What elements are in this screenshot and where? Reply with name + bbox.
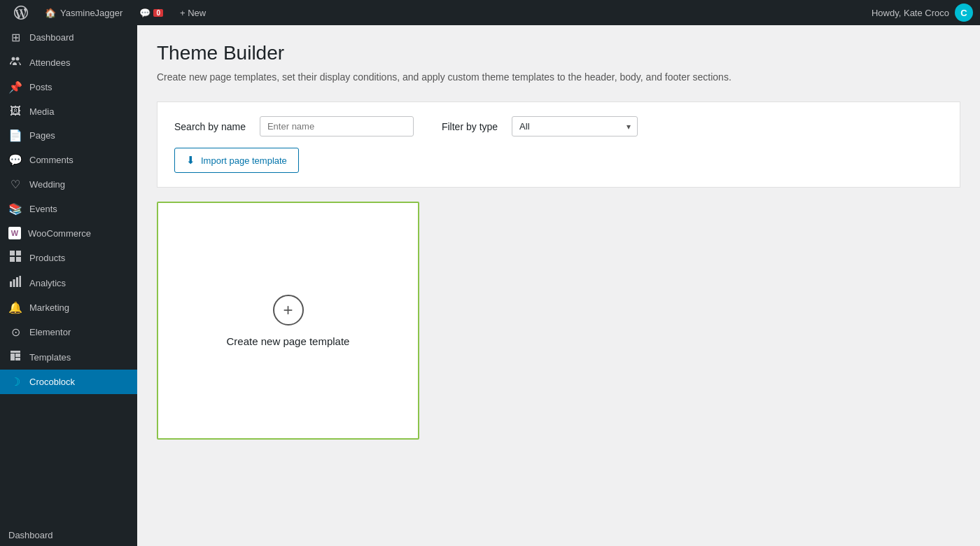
svg-rect-7 bbox=[13, 279, 15, 287]
svg-rect-3 bbox=[16, 251, 21, 255]
admin-bar: 🏠 YasmineJagger 💬 0 + New Howdy, Kate Cr… bbox=[0, 0, 980, 25]
sidebar-item-label: Products bbox=[29, 253, 65, 263]
admin-bar-right: Howdy, Kate Croco C bbox=[872, 4, 973, 22]
create-new-template-card[interactable]: + Create new page template bbox=[157, 202, 419, 440]
sidebar-item-media[interactable]: 🖼 Media bbox=[0, 99, 137, 123]
site-name-button[interactable]: 🏠 YasmineJagger bbox=[38, 0, 130, 25]
site-name: YasmineJagger bbox=[60, 8, 122, 18]
main-content: Theme Builder Create new page templates,… bbox=[137, 25, 980, 546]
elementor-icon: ⊙ bbox=[8, 326, 22, 339]
svg-rect-8 bbox=[16, 277, 18, 287]
toolbar-row: Search by name Filter by type All Header… bbox=[174, 116, 943, 136]
sidebar-item-label: Posts bbox=[29, 82, 52, 92]
crocoblock-icon: ☽ bbox=[8, 375, 22, 388]
svg-point-0 bbox=[12, 57, 15, 61]
sidebar-footer-label: Dashboard bbox=[8, 530, 53, 540]
toolbar-panel: Search by name Filter by type All Header… bbox=[157, 102, 960, 188]
avatar-initial: C bbox=[960, 8, 967, 18]
wp-logo-button[interactable] bbox=[7, 0, 35, 25]
svg-point-1 bbox=[16, 57, 20, 61]
sidebar-item-marketing[interactable]: 🔔 Marketing bbox=[0, 295, 137, 320]
sidebar-item-label: Dashboard bbox=[29, 32, 74, 43]
download-icon: ⬇ bbox=[186, 154, 195, 167]
templates-icon bbox=[8, 350, 22, 364]
sidebar-item-woocommerce[interactable]: W WooCommerce bbox=[0, 221, 137, 245]
sidebar-item-label: WooCommerce bbox=[28, 228, 91, 239]
sidebar-footer-dashboard[interactable]: Dashboard bbox=[0, 524, 137, 546]
analytics-icon bbox=[8, 276, 22, 290]
svg-rect-5 bbox=[16, 257, 21, 262]
woocommerce-icon: W bbox=[8, 227, 21, 239]
sidebar-item-pages[interactable]: 📄 Pages bbox=[0, 123, 137, 148]
sidebar-item-templates[interactable]: Templates bbox=[0, 344, 137, 370]
sidebar-item-posts[interactable]: 📌 Posts bbox=[0, 75, 137, 99]
howdy-text: Howdy, Kate Croco bbox=[872, 8, 949, 18]
filter-wrap: All Header Footer Single Archive Page bbox=[512, 116, 638, 136]
search-label: Search by name bbox=[174, 121, 246, 132]
svg-rect-9 bbox=[20, 276, 22, 287]
sidebar-item-label: Wedding bbox=[29, 179, 65, 190]
svg-rect-4 bbox=[10, 257, 15, 262]
svg-rect-6 bbox=[10, 281, 12, 287]
comment-count: 0 bbox=[153, 9, 163, 17]
sidebar-item-label: Media bbox=[29, 106, 54, 117]
dashboard-icon: ⊞ bbox=[8, 31, 22, 44]
wp-logo-icon bbox=[14, 6, 28, 20]
marketing-icon: 🔔 bbox=[8, 301, 22, 314]
sidebar-item-analytics[interactable]: Analytics bbox=[0, 270, 137, 295]
sidebar-item-attendees[interactable]: Attendees bbox=[0, 50, 137, 75]
import-row: ⬇ Import page template bbox=[174, 148, 943, 173]
svg-rect-2 bbox=[10, 251, 15, 255]
sidebar-item-wedding[interactable]: ♡ Wedding bbox=[0, 172, 137, 197]
sidebar-item-crocoblock[interactable]: ☽ Crocoblock bbox=[0, 370, 137, 394]
wedding-icon: ♡ bbox=[8, 178, 22, 191]
media-icon: 🖼 bbox=[8, 105, 22, 118]
main-layout: ⊞ Dashboard Attendees 📌 Posts 🖼 Media 📄 … bbox=[0, 25, 980, 546]
sidebar-item-products[interactable]: Products bbox=[0, 245, 137, 270]
comments-button[interactable]: 💬 0 bbox=[132, 0, 170, 25]
sidebar-item-label: Comments bbox=[29, 155, 74, 165]
content-area: Theme Builder Create new page templates,… bbox=[137, 25, 980, 456]
create-template-label: Create new page template bbox=[227, 335, 350, 347]
sidebar-item-comments[interactable]: 💬 Comments bbox=[0, 148, 137, 172]
posts-icon: 📌 bbox=[8, 80, 22, 94]
page-description: Create new page templates, set their dis… bbox=[157, 70, 960, 85]
new-content-button[interactable]: + New bbox=[173, 0, 213, 25]
import-label: Import page template bbox=[201, 155, 287, 166]
sidebar: ⊞ Dashboard Attendees 📌 Posts 🖼 Media 📄 … bbox=[0, 25, 137, 546]
sidebar-item-label: Crocoblock bbox=[29, 377, 75, 387]
comment-icon: 💬 bbox=[139, 8, 150, 18]
sidebar-item-label: Analytics bbox=[29, 278, 66, 288]
sidebar-item-label: Marketing bbox=[29, 302, 69, 313]
home-icon: 🏠 bbox=[45, 8, 56, 18]
sidebar-item-label: Pages bbox=[29, 130, 55, 141]
pages-icon: 📄 bbox=[8, 129, 22, 142]
comments-icon: 💬 bbox=[8, 153, 22, 167]
products-icon bbox=[8, 251, 22, 265]
plus-circle: + bbox=[273, 295, 304, 326]
sidebar-item-events[interactable]: 📚 Events bbox=[0, 197, 137, 221]
sidebar-item-label: Attendees bbox=[29, 57, 71, 68]
sidebar-item-label: Elementor bbox=[29, 327, 71, 337]
import-template-button[interactable]: ⬇ Import page template bbox=[174, 148, 299, 173]
new-label: + New bbox=[180, 8, 206, 18]
sidebar-item-elementor[interactable]: ⊙ Elementor bbox=[0, 320, 137, 344]
filter-label: Filter by type bbox=[442, 121, 498, 132]
avatar[interactable]: C bbox=[955, 4, 973, 22]
plus-symbol: + bbox=[283, 300, 293, 320]
events-icon: 📚 bbox=[8, 202, 22, 216]
admin-bar-left: 🏠 YasmineJagger 💬 0 + New bbox=[7, 0, 872, 25]
search-input[interactable] bbox=[260, 116, 414, 136]
attendees-icon bbox=[8, 55, 22, 69]
template-grid: + Create new page template bbox=[157, 202, 960, 440]
sidebar-item-label: Events bbox=[29, 204, 57, 214]
sidebar-item-label: Templates bbox=[29, 352, 71, 363]
page-title: Theme Builder bbox=[157, 42, 960, 64]
filter-type-select[interactable]: All Header Footer Single Archive Page bbox=[512, 116, 638, 136]
sidebar-item-dashboard[interactable]: ⊞ Dashboard bbox=[0, 25, 137, 50]
